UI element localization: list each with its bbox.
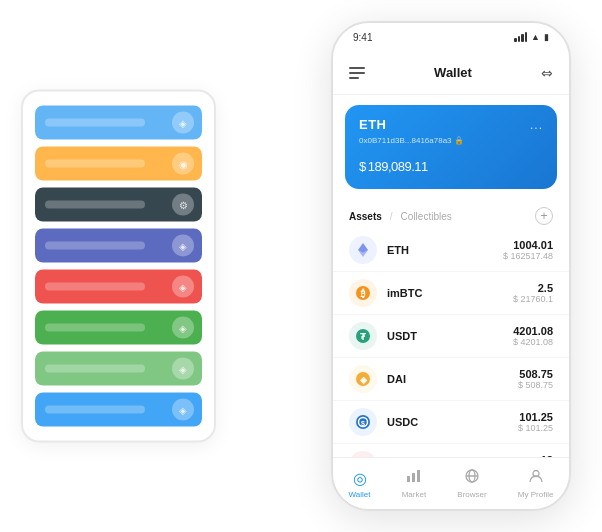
dai-name: DAI [387, 373, 518, 385]
eth-card-menu[interactable]: ... [530, 118, 543, 132]
card-item-icon: ◈ [172, 235, 194, 257]
svg-rect-13 [417, 470, 420, 482]
assets-header: Assets / Collectibles + [333, 199, 569, 229]
imbtc-amount: 2.5 [513, 282, 553, 294]
asset-row-dai[interactable]: ◈ DAI 508.75 $ 508.75 [333, 358, 569, 401]
card-item[interactable]: ◈ [35, 393, 202, 427]
eth-usd: $ 162517.48 [503, 251, 553, 261]
menu-icon[interactable] [349, 67, 365, 79]
svg-text:$: $ [361, 420, 365, 428]
market-nav-icon [406, 468, 422, 488]
phone-content: ETH ... 0x0B711d3B...8416a78a3 🔒 $189,08… [333, 95, 569, 457]
usdc-usd: $ 101.25 [518, 423, 553, 433]
card-stack: ◈◉⚙◈◈◈◈◈ [21, 90, 216, 443]
card-item-icon: ◉ [172, 153, 194, 175]
eth-icon [349, 236, 377, 264]
card-item-icon: ◈ [172, 358, 194, 380]
imbtc-usd: $ 21760.1 [513, 294, 553, 304]
eth-card[interactable]: ETH ... 0x0B711d3B...8416a78a3 🔒 $189,08… [345, 105, 557, 189]
asset-row-eth[interactable]: ETH 1004.01 $ 162517.48 [333, 229, 569, 272]
eth-amount: 1004.01 [503, 239, 553, 251]
card-item[interactable]: ◈ [35, 311, 202, 345]
usdc-name: USDC [387, 416, 518, 428]
asset-row-usdt[interactable]: ₮ USDT 4201.08 $ 4201.08 [333, 315, 569, 358]
eth-name: ETH [387, 244, 503, 256]
scene: ◈◉⚙◈◈◈◈◈ 9:41 ▲ ▮ Wallet ⇔ [21, 16, 581, 516]
profile-nav-label: My Profile [518, 490, 554, 499]
card-item-icon: ◈ [172, 276, 194, 298]
nav-profile[interactable]: My Profile [518, 468, 554, 499]
tab-collectibles[interactable]: Collectibles [401, 211, 452, 222]
asset-row-tft[interactable]: 🦋 TFT 13 0 [333, 444, 569, 457]
svg-text:◈: ◈ [359, 375, 368, 385]
card-item[interactable]: ◈ [35, 106, 202, 140]
usdt-amount: 4201.08 [513, 325, 553, 337]
status-bar: 9:41 ▲ ▮ [333, 23, 569, 51]
eth-card-top: ETH ... [359, 117, 543, 132]
eth-card-balance: $189,089.11 [359, 151, 543, 177]
eth-card-address: 0x0B711d3B...8416a78a3 🔒 [359, 136, 543, 145]
wifi-icon: ▲ [531, 32, 540, 42]
dai-amount: 508.75 [518, 368, 553, 380]
balance-symbol: $ [359, 159, 366, 174]
asset-list: ETH 1004.01 $ 162517.48 ₿ imBTC 2.5 $ 21… [333, 229, 569, 457]
profile-nav-icon [528, 468, 544, 488]
expand-icon[interactable]: ⇔ [541, 65, 553, 81]
wallet-nav-label: Wallet [349, 490, 371, 499]
add-asset-button[interactable]: + [535, 207, 553, 225]
card-item-icon: ⚙ [172, 194, 194, 216]
phone: 9:41 ▲ ▮ Wallet ⇔ [331, 21, 571, 511]
usdc-amounts: 101.25 $ 101.25 [518, 411, 553, 433]
svg-rect-11 [407, 476, 410, 482]
eth-amounts: 1004.01 $ 162517.48 [503, 239, 553, 261]
svg-rect-12 [412, 473, 415, 482]
phone-nav: ◎ Wallet Market Browser My Profile [333, 457, 569, 509]
card-item[interactable]: ◉ [35, 147, 202, 181]
phone-header: Wallet ⇔ [333, 51, 569, 95]
eth-card-title: ETH [359, 117, 387, 132]
wallet-nav-icon: ◎ [353, 469, 367, 488]
card-item[interactable]: ◈ [35, 352, 202, 386]
balance-value: 189,089.11 [368, 159, 428, 174]
battery-icon: ▮ [544, 32, 549, 42]
imbtc-amounts: 2.5 $ 21760.1 [513, 282, 553, 304]
card-item[interactable]: ◈ [35, 270, 202, 304]
dai-icon: ◈ [349, 365, 377, 393]
nav-market[interactable]: Market [402, 468, 426, 499]
assets-tabs: Assets / Collectibles [349, 211, 452, 222]
signal-icon [514, 32, 527, 42]
header-title: Wallet [434, 65, 472, 80]
tab-divider: / [390, 211, 393, 222]
card-item-icon: ◈ [172, 112, 194, 134]
usdc-amount: 101.25 [518, 411, 553, 423]
time-label: 9:41 [353, 32, 372, 43]
usdt-name: USDT [387, 330, 513, 342]
usdc-icon: $ [349, 408, 377, 436]
card-item-icon: ◈ [172, 317, 194, 339]
status-icons: ▲ ▮ [514, 32, 549, 42]
asset-row-imbtc[interactable]: ₿ imBTC 2.5 $ 21760.1 [333, 272, 569, 315]
imbtc-icon: ₿ [349, 279, 377, 307]
card-item[interactable]: ◈ [35, 229, 202, 263]
nav-wallet[interactable]: ◎ Wallet [349, 469, 371, 499]
usdt-icon: ₮ [349, 322, 377, 350]
card-item-icon: ◈ [172, 399, 194, 421]
card-item[interactable]: ⚙ [35, 188, 202, 222]
usdt-amounts: 4201.08 $ 4201.08 [513, 325, 553, 347]
usdt-usd: $ 4201.08 [513, 337, 553, 347]
dai-usd: $ 508.75 [518, 380, 553, 390]
svg-text:₮: ₮ [360, 332, 367, 342]
browser-nav-icon [464, 468, 480, 488]
dai-amounts: 508.75 $ 508.75 [518, 368, 553, 390]
asset-row-usdc[interactable]: $ USDC 101.25 $ 101.25 [333, 401, 569, 444]
tab-assets[interactable]: Assets [349, 211, 382, 222]
market-nav-label: Market [402, 490, 426, 499]
imbtc-name: imBTC [387, 287, 513, 299]
browser-nav-label: Browser [457, 490, 486, 499]
nav-browser[interactable]: Browser [457, 468, 486, 499]
